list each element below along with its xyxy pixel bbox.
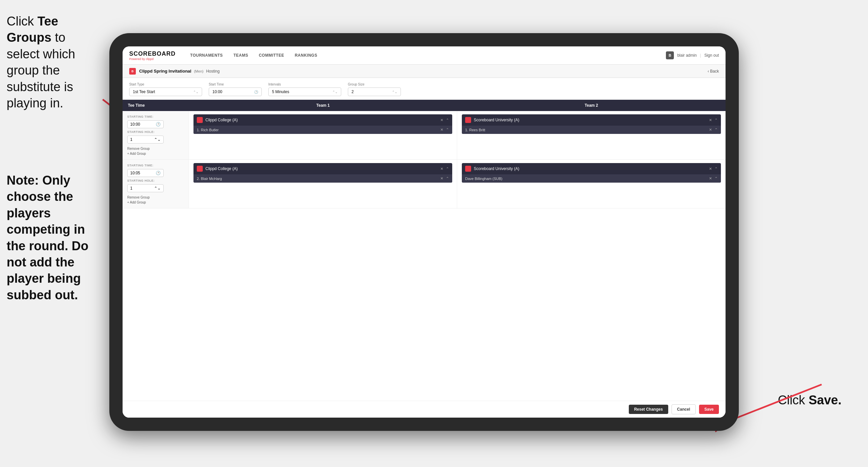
- add-group-btn-2[interactable]: + Add Group: [127, 201, 184, 204]
- starting-time-label-2: STARTING TIME:: [127, 164, 184, 167]
- player-remove-2-1[interactable]: ✕: [709, 127, 712, 132]
- player-row-2-1: 1. Rees Britt ✕ ⌃: [462, 126, 721, 134]
- hole-spinner-1: ⌃⌄: [154, 137, 161, 142]
- time-input-2[interactable]: 10:05 🕐: [127, 169, 164, 177]
- instruction-line1: Click: [7, 14, 37, 28]
- start-type-input[interactable]: 1st Tee Start ⌃⌄: [129, 88, 202, 96]
- team1-remove-2[interactable]: ✕: [440, 167, 443, 171]
- team1-card-2[interactable]: Clippd College (A) ✕ ⌃ 2. Blair McHarg ✕…: [193, 163, 452, 183]
- nav-teams[interactable]: TEAMS: [229, 51, 253, 60]
- save-button[interactable]: Save: [699, 405, 719, 414]
- logo-text: SCOREBOARD: [129, 50, 176, 57]
- time-input-1[interactable]: 10:00 🕐: [127, 120, 164, 128]
- add-group-btn-1[interactable]: + Add Group: [127, 152, 184, 155]
- starting-hole-label-1: STARTING HOLE:: [127, 130, 184, 134]
- start-time-input[interactable]: 10:00 🕐: [209, 88, 262, 96]
- nav-rankings[interactable]: RANKINGS: [290, 51, 322, 60]
- time-icon-1: 🕐: [156, 122, 161, 126]
- sign-out-link[interactable]: Sign out: [704, 53, 719, 58]
- back-button[interactable]: ‹ Back: [708, 69, 719, 74]
- gender-tag: (Men): [194, 69, 204, 73]
- team1-logo-2: [197, 166, 203, 172]
- nav-bar: SCOREBOARD Powered by clippd TOURNAMENTS…: [123, 47, 725, 65]
- player-name-1-2: 2. Blair McHarg: [197, 177, 438, 181]
- player-row-2-2: Dave Billingham (SUB) ✕ ⌃: [462, 174, 721, 183]
- player-remove-1-1[interactable]: ✕: [440, 127, 443, 132]
- team1-cell-2: Clippd College (A) ✕ ⌃ 2. Blair McHarg ✕…: [189, 160, 457, 208]
- group-size-label: Group Size: [348, 83, 401, 86]
- start-type-field: Start Type 1st Tee Start ⌃⌄: [129, 83, 202, 96]
- team2-logo-2: [465, 166, 471, 172]
- nav-links: TOURNAMENTS TEAMS COMMITTEE RANKINGS: [186, 51, 666, 60]
- team1-card-1[interactable]: Clippd College (A) ✕ ⌃ 1. Rich Butler ✕ …: [193, 114, 452, 134]
- tee-time-header: Tee Time: [123, 100, 189, 111]
- tablet-screen: SCOREBOARD Powered by clippd TOURNAMENTS…: [123, 47, 725, 418]
- player-expand-2-2[interactable]: ⌃: [715, 176, 718, 181]
- player-name-2-1: 1. Rees Britt: [465, 128, 706, 132]
- remove-group-btn-1[interactable]: Remove Group: [127, 147, 184, 150]
- team2-card-header-1: Scoreboard University (A) ✕ ⌃: [462, 114, 721, 126]
- sub-header: B Clippd Spring Invitational (Men) Hosti…: [123, 65, 725, 78]
- player-row-1-1: 1. Rich Butler ✕ ⌃: [193, 126, 452, 134]
- group-size-field: Group Size 2 ⌃⌄: [348, 83, 401, 96]
- click-save-label: Click Save.: [778, 393, 841, 407]
- team1-expand-1[interactable]: ⌃: [446, 118, 449, 122]
- team1-card-header-1: Clippd College (A) ✕ ⌃: [193, 114, 452, 126]
- tee-table: Tee Time Team 1 Team 2 STARTING TIME: 10…: [123, 100, 725, 401]
- starting-hole-label-2: STARTING HOLE:: [127, 179, 184, 182]
- note-label: Note:: [7, 173, 42, 187]
- content-area: Start Type 1st Tee Start ⌃⌄ Start Time 1…: [123, 78, 725, 418]
- team1-name-2: Clippd College (A): [206, 166, 438, 171]
- team2-card-header-2: Scoreboard University (A) ✕ ⌃: [462, 163, 721, 174]
- nav-committee[interactable]: COMMITTEE: [254, 51, 289, 60]
- team2-controls-2: ✕ ⌃: [709, 167, 718, 171]
- team2-card-1[interactable]: Scoreboard University (A) ✕ ⌃ 1. Rees Br…: [462, 114, 721, 134]
- reset-button[interactable]: Reset Changes: [629, 405, 668, 414]
- group-actions-1: Remove Group + Add Group: [127, 147, 184, 155]
- group-actions-2: Remove Group + Add Group: [127, 196, 184, 204]
- team2-logo-1: [465, 117, 471, 123]
- group-row-1: STARTING TIME: 10:00 🕐 STARTING HOLE: 1 …: [123, 111, 725, 160]
- remove-group-btn-2[interactable]: Remove Group: [127, 196, 184, 199]
- note-content: Only choose the players competing in the…: [7, 173, 89, 302]
- team2-expand-2[interactable]: ⌃: [715, 167, 718, 171]
- team1-logo-1: [197, 117, 203, 123]
- start-time-spinner: 🕐: [254, 90, 258, 94]
- team1-remove-1[interactable]: ✕: [440, 118, 443, 122]
- team1-controls-2: ✕ ⌃: [440, 167, 449, 171]
- player-remove-1-2[interactable]: ✕: [440, 176, 443, 181]
- team2-card-2[interactable]: Scoreboard University (A) ✕ ⌃ Dave Billi…: [462, 163, 721, 183]
- sub-header-logo: B: [129, 68, 136, 75]
- action-bar: Reset Changes Cancel Save: [123, 401, 725, 418]
- cancel-button[interactable]: Cancel: [672, 404, 696, 414]
- group-row-2: STARTING TIME: 10:05 🕐 STARTING HOLE: 1 …: [123, 160, 725, 208]
- team2-remove-1[interactable]: ✕: [709, 118, 712, 122]
- starting-time-label-1: STARTING TIME:: [127, 115, 184, 118]
- intervals-input[interactable]: 5 Minutes ⌃⌄: [268, 88, 341, 96]
- instruction-text: Click Tee Groups to select which group t…: [0, 13, 103, 111]
- start-time-label: Start Time: [209, 83, 262, 86]
- team2-remove-2[interactable]: ✕: [709, 167, 712, 171]
- player-expand-2-1[interactable]: ⌃: [715, 127, 718, 132]
- team2-cell-1: Scoreboard University (A) ✕ ⌃ 1. Rees Br…: [457, 111, 725, 159]
- group-size-input[interactable]: 2 ⌃⌄: [348, 88, 401, 96]
- team2-expand-1[interactable]: ⌃: [715, 118, 718, 122]
- logo-sub: Powered by clippd: [129, 57, 176, 61]
- player-row-1-2: 2. Blair McHarg ✕ ⌃: [193, 174, 452, 183]
- team1-expand-2[interactable]: ⌃: [446, 167, 449, 171]
- team1-controls-1: ✕ ⌃: [440, 118, 449, 122]
- team1-header: Team 1: [189, 100, 457, 111]
- intervals-label: Intervals: [268, 83, 341, 86]
- group-sidebar-1: STARTING TIME: 10:00 🕐 STARTING HOLE: 1 …: [123, 111, 189, 159]
- tournament-name: Clippd Spring Invitational: [139, 68, 191, 74]
- player-name-1-1: 1. Rich Butler: [197, 128, 438, 132]
- note-text: Note: Only choose the players competing …: [0, 172, 103, 303]
- hole-input-1[interactable]: 1 ⌃⌄: [127, 136, 164, 144]
- player-expand-1-1[interactable]: ⌃: [446, 127, 449, 132]
- nav-tournaments[interactable]: TOURNAMENTS: [186, 51, 227, 60]
- hole-spinner-2: ⌃⌄: [154, 186, 161, 191]
- team2-header: Team 2: [457, 100, 725, 111]
- player-expand-1-2[interactable]: ⌃: [446, 176, 449, 181]
- player-remove-2-2[interactable]: ✕: [709, 176, 712, 181]
- hole-input-2[interactable]: 1 ⌃⌄: [127, 184, 164, 192]
